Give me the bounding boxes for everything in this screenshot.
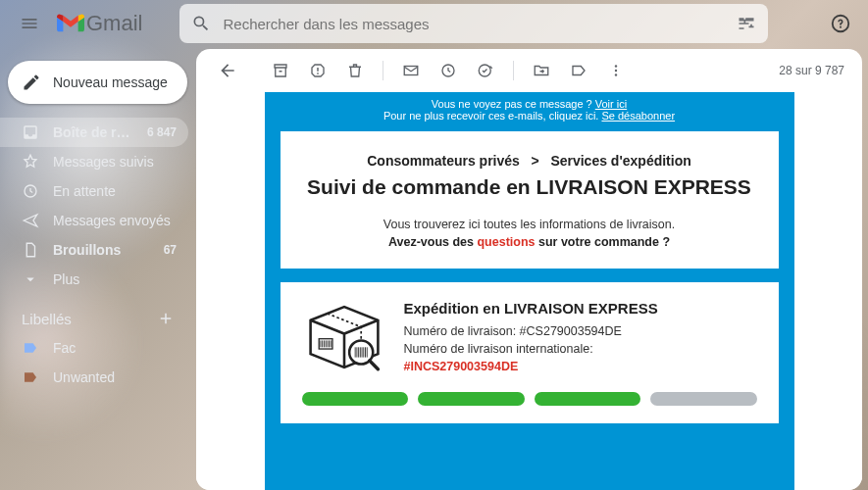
email-shipping-card: Expédition en LIVRAISON EXPRESS Numéro d… — [281, 282, 779, 423]
gmail-logo[interactable]: Gmail — [57, 11, 142, 36]
back-button[interactable] — [210, 53, 245, 88]
clock-icon — [439, 62, 457, 79]
plus-icon — [157, 310, 175, 327]
compose-label: Nouveau message — [53, 74, 168, 90]
clock-icon — [22, 182, 39, 200]
message-counter: 28 sur 9 787 — [779, 64, 844, 77]
archive-icon — [272, 62, 289, 79]
folder-move-icon — [533, 62, 550, 79]
message-toolbar: 28 sur 9 787 — [196, 49, 862, 92]
more-button[interactable] — [598, 53, 634, 88]
hamburger-icon — [20, 14, 39, 33]
svg-point-6 — [615, 74, 617, 75]
mark-unread-button[interactable] — [393, 53, 429, 88]
chevron-down-icon — [22, 270, 39, 288]
progress-segment — [535, 392, 641, 406]
labels-header: Libellés — [0, 294, 188, 333]
label-button[interactable] — [561, 53, 596, 88]
add-label-button[interactable] — [157, 310, 175, 327]
help-icon — [830, 13, 851, 34]
message-body: Vous ne voyez pas ce message ? Voir ici … — [196, 92, 862, 490]
pencil-icon — [22, 73, 41, 92]
gmail-m-icon — [57, 13, 84, 34]
label-item-fac[interactable]: Fac — [0, 333, 188, 363]
label-icon — [570, 62, 587, 79]
send-icon — [22, 212, 39, 229]
shipping-intl-label: Numéro de livraison internationale: — [404, 342, 757, 356]
sidebar-item-more[interactable]: Plus — [0, 265, 188, 294]
archive-button[interactable] — [263, 53, 298, 88]
shipping-progress — [302, 392, 757, 406]
label-icon — [22, 339, 39, 357]
svg-point-5 — [615, 70, 617, 72]
email-preheader: Vous ne voyez pas ce message ? Voir ici … — [265, 92, 794, 131]
package-search-icon — [302, 300, 386, 374]
compose-button[interactable]: Nouveau message — [8, 61, 187, 104]
email-question-line: Avez-vous des questions sur votre comman… — [306, 235, 753, 249]
file-icon — [22, 241, 39, 259]
label-icon — [22, 368, 39, 386]
unsubscribe-link[interactable]: Se désabonner — [601, 110, 675, 122]
shipping-intl-number: #INCS279003594DE — [404, 360, 757, 373]
sidebar-item-starred[interactable]: Messages suivis — [0, 147, 188, 176]
search-icon — [191, 14, 211, 33]
trash-icon — [346, 62, 364, 79]
email-breadcrumb: Consommateurs privés > Services d'expédi… — [306, 153, 753, 169]
star-icon — [22, 153, 39, 171]
email-header-card: Consommateurs privés > Services d'expédi… — [281, 131, 779, 269]
app-name: Gmail — [86, 11, 142, 36]
snooze-button[interactable] — [431, 53, 466, 88]
email-content: Vous ne voyez pas ce message ? Voir ici … — [265, 92, 794, 490]
add-task-button[interactable] — [468, 53, 503, 88]
support-button[interactable] — [821, 4, 860, 43]
mail-icon — [402, 62, 420, 79]
progress-segment — [418, 392, 525, 406]
more-vert-icon — [607, 62, 625, 79]
sidebar-item-sent[interactable]: Messages envoyés — [0, 206, 188, 235]
arrow-left-icon — [218, 61, 237, 80]
sidebar-item-inbox[interactable]: Boîte de récepti... 6 847 — [0, 118, 188, 147]
sidebar-item-snoozed[interactable]: En attente — [0, 176, 188, 206]
delete-button[interactable] — [337, 53, 373, 88]
search-input[interactable] — [223, 16, 725, 32]
view-online-link[interactable]: Voir ici — [595, 98, 627, 110]
report-spam-icon — [309, 62, 327, 79]
shipping-title: Expédition en LIVRAISON EXPRESS — [404, 300, 757, 317]
email-subline: Vous trouverez ici toutes les informatio… — [306, 218, 753, 231]
spam-button[interactable] — [300, 53, 335, 88]
shipping-number-line: Numéro de livraison: #CS279003594DE — [404, 324, 757, 338]
search-options-icon[interactable] — [737, 14, 756, 33]
sidebar-item-drafts[interactable]: Brouillons 67 — [0, 235, 188, 265]
inbox-icon — [22, 123, 39, 141]
label-item-unwanted[interactable]: Unwanted — [0, 363, 188, 392]
sidebar: Nouveau message Boîte de récepti... 6 84… — [0, 47, 196, 490]
svg-point-4 — [615, 65, 617, 67]
main-menu-button[interactable] — [10, 4, 49, 43]
task-icon — [477, 62, 494, 79]
email-headline: Suivi de commande en LIVRAISON EXPRESS — [306, 174, 753, 200]
main-panel: 28 sur 9 787 Vous ne voyez pas ce messag… — [196, 49, 862, 490]
progress-segment — [302, 392, 409, 406]
move-button[interactable] — [524, 53, 559, 88]
progress-segment — [650, 392, 757, 406]
search-bar[interactable] — [179, 4, 768, 43]
